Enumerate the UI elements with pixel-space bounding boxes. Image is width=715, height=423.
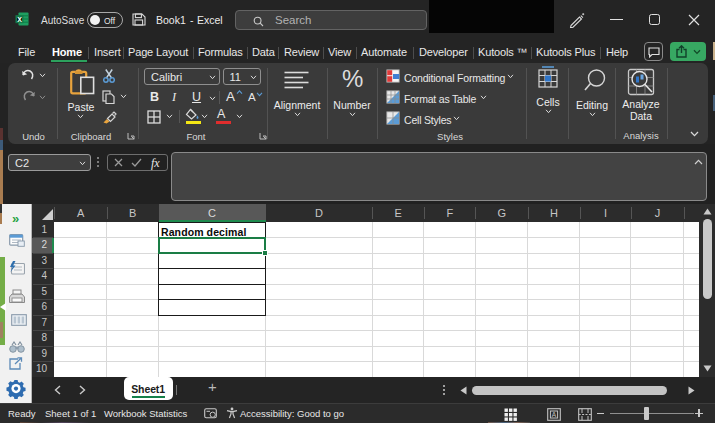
svg-text:A: A xyxy=(552,411,557,418)
svg-text:X: X xyxy=(17,16,22,23)
